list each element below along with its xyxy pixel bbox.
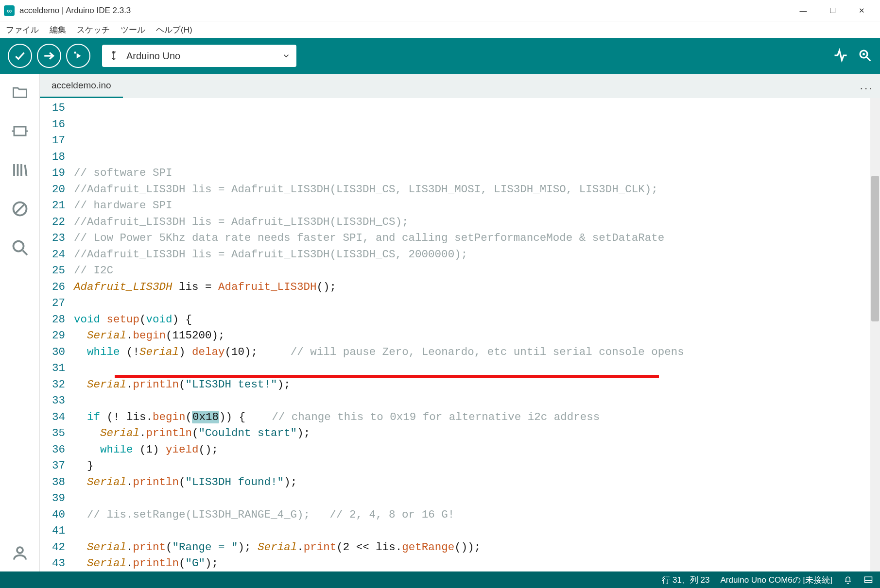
check-icon [14, 50, 26, 62]
menu-help[interactable]: ヘルプ(H) [156, 24, 192, 35]
books-icon [11, 161, 29, 179]
bell-icon[interactable] [843, 575, 853, 585]
status-board-port[interactable]: Arduino Uno COM6の [未接続] [720, 574, 832, 586]
arduino-logo-icon: ∞ [4, 5, 15, 16]
menu-bar: ファイル 編集 スケッチ ツール ヘルプ(H) [0, 21, 880, 38]
tab-bar: acceldemo.ino ··· [40, 74, 880, 98]
title-bar: ∞ acceldemo | Arduino IDE 2.3.3 — ☐ ✕ [0, 0, 880, 21]
svg-line-4 [867, 57, 871, 61]
debug-button[interactable] [66, 44, 90, 68]
svg-line-8 [15, 204, 25, 214]
status-bar: 行 31、列 23 Arduino Uno COM6の [未接続] [0, 571, 880, 588]
svg-rect-6 [14, 127, 26, 135]
window-controls: — ☐ ✕ [789, 1, 876, 20]
scrollbar-thumb[interactable] [871, 176, 879, 321]
account-button[interactable] [10, 543, 30, 563]
board-selector[interactable]: Arduino Uno [102, 45, 296, 67]
activity-bar [0, 74, 40, 571]
menu-sketch[interactable]: スケッチ [77, 24, 110, 35]
menu-file[interactable]: ファイル [6, 24, 39, 35]
library-manager-button[interactable] [10, 160, 30, 180]
panel-toggle-icon[interactable] [863, 575, 873, 585]
code-content[interactable]: // software SPI//Adafruit_LIS3DH lis = A… [74, 98, 880, 571]
svg-point-11 [17, 547, 23, 553]
svg-rect-12 [865, 577, 872, 583]
annotation-red-underline [115, 375, 659, 378]
code-editor[interactable]: 1516171819202122232425262728293031323334… [40, 98, 880, 571]
board-selector-label: Arduino Uno [126, 50, 275, 62]
magnify-icon [858, 48, 872, 63]
vertical-scrollbar[interactable] [870, 98, 880, 571]
tab-acceldemo[interactable]: acceldemo.ino [40, 74, 123, 98]
toolbar-right [833, 48, 872, 64]
usb-icon [108, 50, 120, 62]
maximize-button[interactable]: ☐ [818, 1, 847, 20]
menu-edit[interactable]: 編集 [50, 24, 66, 35]
status-cursor-position: 行 31、列 23 [662, 574, 709, 586]
verify-button[interactable] [8, 44, 32, 68]
svg-point-5 [863, 53, 865, 55]
serial-monitor-button[interactable] [858, 48, 872, 64]
window-title: acceldemo | Arduino IDE 2.3.3 [19, 6, 789, 16]
user-icon [11, 544, 29, 562]
tab-label: acceldemo.ino [52, 80, 111, 91]
editor-area: acceldemo.ino ··· 1516171819202122232425… [40, 74, 880, 571]
no-entry-icon [11, 200, 29, 218]
svg-marker-1 [77, 53, 81, 59]
debug-panel-button[interactable] [10, 199, 30, 218]
line-gutter: 1516171819202122232425262728293031323334… [40, 98, 74, 571]
close-button[interactable]: ✕ [847, 1, 876, 20]
svg-point-9 [13, 241, 23, 252]
pulse-icon [833, 48, 848, 63]
board-icon [11, 122, 29, 140]
arrow-right-icon [43, 50, 55, 62]
search-button[interactable] [10, 238, 30, 257]
svg-line-10 [23, 251, 27, 255]
menu-tools[interactable]: ツール [121, 24, 145, 35]
upload-button[interactable] [37, 44, 61, 68]
tab-overflow-button[interactable]: ··· [860, 81, 873, 96]
serial-plotter-button[interactable] [833, 48, 848, 64]
svg-point-2 [74, 51, 76, 53]
chevron-down-icon [282, 51, 291, 60]
boards-manager-button[interactable] [10, 121, 30, 141]
search-icon [11, 239, 29, 256]
toolbar: Arduino Uno [0, 38, 880, 74]
folder-icon [11, 84, 29, 101]
debug-play-icon [72, 50, 85, 62]
sketchbook-button[interactable] [10, 83, 30, 102]
minimize-button[interactable]: — [789, 1, 818, 20]
